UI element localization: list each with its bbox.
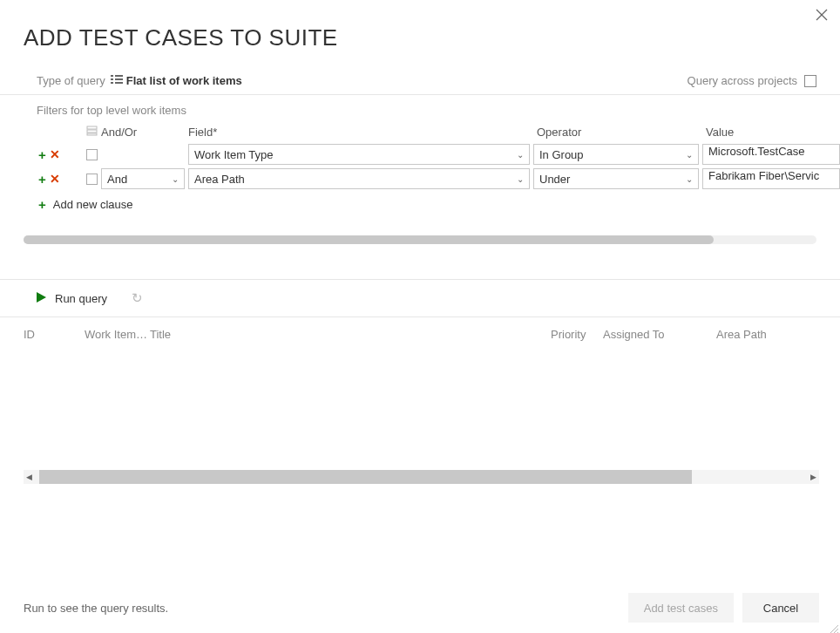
query-across-projects-checkbox[interactable] <box>804 75 816 87</box>
add-clause-icon[interactable]: + <box>38 148 46 161</box>
query-toolbar: Type of query Flat list of work items Qu… <box>0 67 840 95</box>
svg-rect-10 <box>87 133 97 135</box>
operator-value: Under <box>539 173 570 186</box>
refresh-icon[interactable]: ↻ <box>132 290 143 306</box>
chevron-down-icon: ⌄ <box>517 150 524 160</box>
dialog-title: ADD TEST CASES TO SUITE <box>0 0 840 67</box>
close-icon[interactable] <box>816 9 828 24</box>
col-assigned-to[interactable]: Assigned To <box>603 328 716 341</box>
field-value: Work Item Type <box>194 148 274 161</box>
resize-grip-icon[interactable] <box>828 621 838 631</box>
scroll-left-arrow-icon[interactable]: ◀ <box>26 473 32 481</box>
add-clause-icon[interactable]: + <box>38 173 46 186</box>
add-new-clause-label: Add new clause <box>53 198 133 211</box>
scrollbar-thumb[interactable] <box>24 235 714 244</box>
play-icon <box>37 292 46 305</box>
filter-grid: And/Or Field* Operator Value + ✕ Work It… <box>0 122 840 191</box>
field-dropdown[interactable]: Area Path ⌄ <box>188 168 530 189</box>
dialog-footer: Run to see the query results. Add test c… <box>0 582 840 633</box>
filters-section-label: Filters for top level work items <box>0 95 840 122</box>
operator-value: In Group <box>539 148 584 161</box>
remove-clause-icon[interactable]: ✕ <box>50 148 60 160</box>
chevron-down-icon: ⌄ <box>517 174 524 184</box>
query-across-projects-label: Query across projects <box>688 74 797 87</box>
filter-row: + ✕ And ⌄ Area Path ⌄ Under ⌄ Fabrikam F… <box>37 167 840 191</box>
query-type-value-text: Flat list of work items <box>126 74 242 87</box>
scrollbar-thumb[interactable] <box>39 470 692 484</box>
row-checkbox[interactable] <box>86 149 98 160</box>
row-checkbox[interactable] <box>86 174 98 185</box>
col-title[interactable]: Title <box>150 328 551 341</box>
header-operator: Operator <box>537 126 706 139</box>
filter-row: + ✕ Work Item Type ⌄ In Group ⌄ Microsof… <box>37 142 840 167</box>
group-clauses-icon[interactable] <box>86 126 98 139</box>
results-header: ID Work Item… Title Priority Assigned To… <box>0 317 840 348</box>
header-andor: And/Or <box>101 126 188 139</box>
plus-icon: + <box>38 198 46 211</box>
chevron-down-icon: ⌄ <box>686 174 693 184</box>
type-of-query-label: Type of query <box>37 74 105 87</box>
header-field: Field* <box>188 126 537 139</box>
chevron-down-icon: ⌄ <box>172 174 179 184</box>
svg-rect-8 <box>87 126 97 129</box>
results-horizontal-scrollbar[interactable]: ◀ ▶ <box>24 470 819 484</box>
value-input[interactable]: Microsoft.TestCase <box>702 144 840 165</box>
col-work-item-type[interactable]: Work Item… <box>85 328 150 341</box>
add-test-cases-button[interactable]: Add test cases <box>628 593 734 623</box>
footer-hint: Run to see the query results. <box>24 602 168 615</box>
field-dropdown[interactable]: Work Item Type ⌄ <box>188 144 530 165</box>
remove-clause-icon[interactable]: ✕ <box>50 173 60 185</box>
col-id[interactable]: ID <box>24 328 85 341</box>
chevron-down-icon: ⌄ <box>686 150 693 160</box>
field-value: Area Path <box>194 173 245 186</box>
results-body <box>0 348 840 470</box>
scroll-right-arrow-icon[interactable]: ▶ <box>810 473 816 481</box>
col-area-path[interactable]: Area Path <box>716 328 840 341</box>
query-type-dropdown[interactable]: Flat list of work items <box>111 74 242 87</box>
operator-dropdown[interactable]: In Group ⌄ <box>533 144 699 165</box>
andor-value: And <box>107 173 127 186</box>
svg-rect-9 <box>87 130 97 133</box>
filter-horizontal-scrollbar[interactable] <box>24 235 816 244</box>
run-toolbar: Run query ↻ <box>0 280 840 317</box>
add-new-clause-button[interactable]: + Add new clause <box>0 191 840 211</box>
col-priority[interactable]: Priority <box>551 328 603 341</box>
andor-dropdown[interactable]: And ⌄ <box>101 168 185 189</box>
flat-list-icon <box>111 74 123 87</box>
operator-dropdown[interactable]: Under ⌄ <box>533 168 699 189</box>
header-value: Value <box>706 126 840 139</box>
svg-line-12 <box>830 625 838 633</box>
cancel-button[interactable]: Cancel <box>742 593 819 623</box>
svg-marker-11 <box>37 292 46 303</box>
value-input[interactable]: Fabrikam Fiber\Servic <box>702 168 840 189</box>
run-query-button[interactable]: Run query <box>55 292 107 305</box>
